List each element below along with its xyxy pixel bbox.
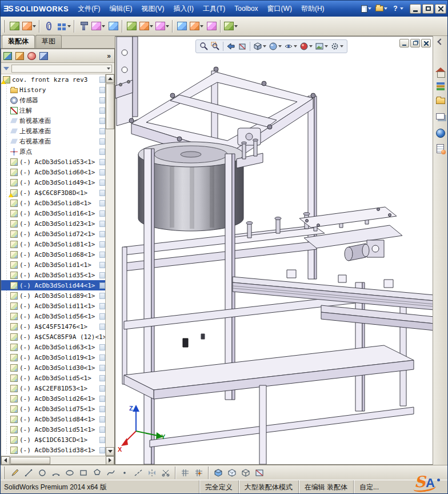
tree-horizontal-scrollbar[interactable] [1,456,114,464]
zoom-to-area-button[interactable] [210,41,221,51]
tree-item[interactable]: 右视基准面 [1,136,106,146]
tree-item[interactable]: (-) AcDb3dSolid60<1> [1,167,106,177]
tree-item[interactable]: (-) AcDb3dSolid68<1> [1,249,106,260]
view-settings-button[interactable] [330,41,344,51]
graphics-viewport[interactable]: Z X Y [115,36,434,465]
spline-tool-button[interactable] [105,467,117,479]
maximize-button[interactable] [422,4,434,14]
ellipse-tool-button[interactable] [63,467,76,479]
mirror-entities-button[interactable] [146,467,158,479]
tree-item[interactable]: (-) A$C5AC85F9A (12)<1> [1,332,106,342]
new-document-button[interactable] [360,5,373,13]
exploded-view-button[interactable] [189,19,205,34]
close-button[interactable] [435,4,446,14]
scrollbar-thumb[interactable] [10,457,50,464]
close-document-button[interactable] [421,39,431,47]
scroll-right-button[interactable] [106,456,114,465]
section-view-tool-button[interactable] [253,467,266,479]
solidworks-resources-button[interactable] [435,67,446,78]
smart-fasteners-button[interactable] [77,19,90,34]
featuremanager-tree-icon[interactable] [3,52,12,60]
configurationmanager-icon[interactable] [27,52,36,60]
apply-scene-button[interactable] [314,41,329,51]
view-palette-button[interactable] [435,113,446,125]
tree-item[interactable]: (-) AcDb3dSolid8<1> [1,198,106,208]
linear-component-pattern-button[interactable] [55,19,72,34]
scrollbar-thumb[interactable] [106,83,114,129]
tree-item[interactable]: (-) AcDb3dSolid75<1> [1,404,106,414]
tree-item[interactable]: (-) AcDb3dSolid84<1> [1,414,106,424]
tree-item[interactable]: (-) AcDb3dSolid23<1> [1,218,106,229]
menu-item[interactable]: 编辑(E) [105,1,137,17]
help-button[interactable]: ? [390,4,405,13]
propertymanager-icon[interactable] [15,52,24,60]
tab[interactable]: 装配体 [2,35,35,48]
edit-component-button[interactable] [7,19,21,34]
menu-item[interactable]: 文件(F) [73,1,105,17]
tree-item[interactable]: (-) AcDb3dSolid11<1> [1,301,106,311]
tree-item[interactable]: 前视基准面 [1,115,106,126]
appearances-scenes-button[interactable] [435,129,446,140]
tree-item[interactable]: 注解 [1,105,106,115]
tree-item[interactable]: (-) AcDb3dSolid38<1> [1,445,106,455]
interference-detection-button[interactable] [205,19,218,34]
tree-item[interactable]: (-) AcDb3dSolid72<1> [1,229,106,239]
scroll-left-button[interactable] [1,456,10,465]
tree-item[interactable]: (-) AcDb3dSolid81<1> [1,239,106,249]
tree-item[interactable]: (-) AcDb3dSolid63<1> [1,342,106,352]
tree-item[interactable]: 传感器 [1,95,106,105]
grid-button[interactable] [179,467,191,479]
mate-button[interactable] [42,19,55,34]
tree-item[interactable]: (-) AcDb3dSolid35<1> [1,270,106,280]
arc-tool-button[interactable] [50,467,62,479]
assembly-features-button[interactable] [138,19,154,34]
toolbar-grip[interactable] [3,467,5,479]
centerline-tool-button[interactable] [132,467,145,479]
section-view-button[interactable] [237,41,247,51]
insert-components-button[interactable] [21,19,37,34]
tree-item[interactable]: (-) AcDb3dSolid30<1> [1,362,106,373]
scroll-up-button[interactable] [106,74,114,83]
menu-item[interactable]: 工具(T) [198,1,230,17]
tree-item[interactable]: (-) AcDb3dSolid49<1> [1,177,106,188]
tree-item[interactable]: 原点 [1,146,106,157]
zoom-to-fit-button[interactable] [199,41,209,51]
tree-item[interactable]: (-) AcDb3dSolid89<1> [1,290,106,301]
tree-item[interactable]: (-) A$C45F51476<1> [1,321,106,332]
tree-item[interactable]: (-) AcDb3dSolid44<1> [1,280,106,290]
tree-item[interactable]: History [1,85,106,95]
tree-item[interactable]: (-) AcDb3dSolid1<1> [1,260,106,270]
custom-properties-button[interactable] [435,144,446,156]
dimxpert-icon[interactable] [39,52,48,60]
header-overflow-chevron[interactable]: » [107,52,112,60]
tree-item[interactable]: (-) AcDb3dSolid56<1> [1,311,106,321]
rotate-component-button[interactable] [106,19,120,34]
polygon-tool-button[interactable] [91,467,103,479]
tree-vertical-scrollbar[interactable] [105,74,114,456]
move-component-button[interactable] [90,19,106,34]
tree-item[interactable]: (-) A$C1DC613CD<1> [1,435,106,445]
design-library-button[interactable] [435,82,446,94]
menu-item[interactable]: 窗口(W) [263,1,297,17]
menu-item[interactable]: Toolbox [230,1,262,17]
file-explorer-button[interactable] [435,98,446,109]
minimize-button[interactable] [410,4,421,14]
open-document-button[interactable] [374,5,389,12]
minimize-document-button[interactable] [399,39,409,47]
hidden-lines-visible-button[interactable] [226,467,238,479]
tree-item[interactable]: (-) A$C2EF81D53<1> [1,383,106,393]
menu-item[interactable]: 视图(V) [137,1,169,17]
sketch-button[interactable] [9,467,21,479]
show-hidden-components-button[interactable] [125,19,138,34]
tree-item[interactable]: (-) AcDb3dSolid51<1> [1,424,106,435]
tree-item[interactable]: 上视基准面 [1,126,106,136]
toolbar-grip[interactable] [3,20,5,33]
snap-button[interactable] [193,467,205,479]
tree-item[interactable]: (-) AcDb3dSolid53<1> [1,157,106,167]
filter-funnel-icon[interactable] [3,67,9,70]
tree-item[interactable]: (-) AcDb3dSolid16<1> [1,208,106,218]
edit-appearance-button[interactable] [299,41,313,51]
filter-field[interactable] [11,65,112,73]
tree-item[interactable]: (-) AcDb3dSolid26<1> [1,393,106,404]
circle-tool-button[interactable] [36,467,49,479]
